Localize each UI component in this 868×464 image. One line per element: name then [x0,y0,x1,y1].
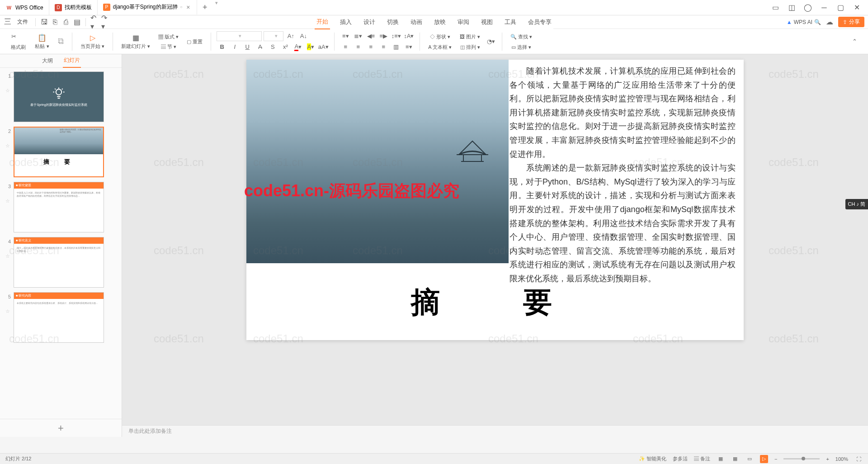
font-color-icon[interactable]: A▾ [292,42,303,52]
start-slideshow-button[interactable]: ▷ 当页开始 ▾ [78,32,107,51]
star-icon[interactable]: ☆ [5,189,11,204]
zoom-slider[interactable] [783,458,820,459]
tab-templates[interactable]: D 找稻壳模板 [49,0,98,15]
format-painter-button[interactable]: 格式刷 [8,42,28,52]
thumbnail-slide-3[interactable]: ■ 研究背景 中国是人口大国，因此对于疫情的控制管理尤为重要。新冠肺炎疫情爆发以… [14,182,104,232]
underline-icon[interactable]: U [242,42,253,52]
tab-review[interactable]: 审阅 [456,15,471,29]
increase-font-icon[interactable]: A↑ [285,31,296,41]
avatar-icon[interactable]: ◯ [800,1,816,14]
cube-icon[interactable]: ◫ [784,1,799,14]
print-preview-icon[interactable]: ▤ [73,18,81,26]
fit-icon[interactable]: ⛶ [854,455,863,463]
arrange-button[interactable]: ◫ 排列 ▾ [457,42,483,52]
cut-icon[interactable]: ✂ [8,31,19,41]
cloud-sync-icon[interactable]: ☁ [826,18,834,26]
bullets-icon[interactable]: ≡▾ [340,31,351,41]
tab-vip[interactable]: 会员专享 [526,15,553,29]
shadow-icon[interactable]: S [267,42,278,52]
tab-animation[interactable]: 动画 [409,15,424,29]
italic-icon[interactable]: I [229,42,240,52]
thumbnail-slide-1[interactable]: 基于Spring的新冠肺炎疫情实时监控系统 [14,71,104,122]
ime-indicator[interactable]: CH ♪ 简 [845,199,868,209]
font-family-select[interactable]: ▾ [217,31,262,41]
slide-body-text[interactable]: 随着计算机技术发展，计算机系统的应用已延伸到社会的各个领域，大量基于网络的广泛应… [509,64,736,286]
close-window-icon[interactable]: ✕ [849,1,864,14]
current-slide[interactable]: 随着计算机技术发展，计算机系统的应用已延伸到社会的各个领域，大量基于网络的广泛应… [246,60,744,340]
save-icon[interactable]: 🖫 [40,18,48,26]
slides-tab[interactable]: 幻灯片 [63,54,81,68]
maximize-icon[interactable]: ▢ [833,1,848,14]
file-menu[interactable]: 文件 [14,17,31,27]
paste-button[interactable]: 📋 粘贴 ▾ [31,32,53,51]
section-button[interactable]: ▤ 节 ▾ [156,42,181,51]
redo-icon[interactable]: ↷ ▾ [101,18,109,26]
zoom-out-icon[interactable]: − [774,456,777,462]
outline-tab[interactable]: 大纲 [41,54,54,67]
new-tab-button[interactable]: + [197,0,212,15]
picture-button[interactable]: 🖼 图片 ▾ [457,32,483,41]
tab-transition[interactable]: 切换 [385,15,401,29]
decrease-indent-icon[interactable]: ◀≡ [365,31,376,41]
undo-icon[interactable]: ↶ ▾ [90,18,99,26]
notes-placeholder[interactable]: 单击此处添加备注 [122,425,868,437]
normal-view-icon[interactable]: ▦ [717,455,725,463]
strikethrough-icon[interactable]: A̶ [255,42,265,52]
tab-design[interactable]: 设计 [362,15,377,29]
close-icon[interactable]: × [185,4,191,10]
layout-button[interactable]: ▦ 版式 ▾ [156,32,181,41]
notes-button[interactable]: ▤ 备注 [694,455,710,462]
increase-indent-icon[interactable]: ≡▶ [378,31,389,41]
shapes-button[interactable]: ◇ 形状 ▾ [425,32,454,41]
thumbnail-slide-4[interactable]: ■ 研究意义 现今，信息技术的发展应用已渗透到各行各业，本系统的开发具有重要的现… [14,237,104,288]
select-button[interactable]: ▭ 选择 ▾ [508,42,535,52]
reading-view-icon[interactable]: ▭ [745,455,754,463]
reset-button[interactable]: ▢ 重置 [184,37,205,46]
align-left-icon[interactable]: ≡ [340,42,351,52]
style-icon[interactable]: ◔▾ [486,37,496,47]
columns-icon[interactable]: ▥ [391,42,401,52]
smart-beautify-button[interactable]: ✨ 智能美化 [639,455,666,462]
tab-wps-home[interactable]: W WPS Office [0,0,49,15]
sections-button[interactable]: 参多活 [673,455,688,462]
numbering-icon[interactable]: ≣▾ [353,31,363,41]
wps-ai-button[interactable]: ▲ WPS AI 🔍 [787,19,821,25]
zoom-level[interactable]: 100% [835,456,848,462]
tab-insert[interactable]: 插入 [338,15,354,29]
text-direction-icon[interactable]: ↕A▾ [403,31,414,41]
change-case-icon[interactable]: aA▾ [318,42,329,52]
align-justify-icon[interactable]: ≡ [378,42,389,52]
tab-slideshow[interactable]: 放映 [432,15,448,29]
windows-panel-icon[interactable]: ▭ [768,1,783,14]
highlight-icon[interactable]: A▾ [305,42,316,52]
minimize-icon[interactable]: ─ [816,1,832,14]
bold-icon[interactable]: B [217,42,227,52]
export-icon[interactable]: ⎘ [51,18,59,26]
align-right-icon[interactable]: ≡ [365,42,376,52]
star-icon[interactable]: ☆ [5,299,11,314]
collapse-ribbon-icon[interactable]: ⌃ [849,37,860,47]
sorter-view-icon[interactable]: ▦ [731,455,739,463]
find-button[interactable]: 🔍 查找 ▾ [508,32,535,41]
print-icon[interactable]: ⎙ [62,18,70,26]
share-button[interactable]: ⇪ 分享 [838,17,864,27]
add-slide-button[interactable]: + [0,419,122,437]
tab-view[interactable]: 视图 [479,15,495,29]
superscript-icon[interactable]: x² [280,42,291,52]
decrease-font-icon[interactable]: A↓ [298,31,309,41]
align-center-icon[interactable]: ≡ [353,42,363,52]
line-spacing-icon[interactable]: ↕≡▾ [391,31,401,41]
star-icon[interactable]: ☆ [5,134,11,149]
copy-icon[interactable]: ⿻ [56,37,66,47]
thumbnail-slide-5[interactable]: ■ 研究内容 本系统主要研究内容包括系统需求分析、系统设计、系统实现和系统测试等… [14,292,104,343]
tab-tools[interactable]: 工具 [503,15,518,29]
star-icon[interactable]: ☆ [5,244,11,259]
textbox-button[interactable]: A 文本框 ▾ [425,42,454,52]
new-slide-button[interactable]: ▦ 新建幻灯片 ▾ [118,32,153,51]
tab-current-doc[interactable]: P django基于Spring的新冠肺 ○ × [98,0,198,15]
tab-home[interactable]: 开始 [315,15,330,29]
align-vertical-icon[interactable]: ≡▾ [403,42,414,52]
zoom-in-icon[interactable]: + [826,456,829,462]
star-icon[interactable]: ☆ [5,79,11,94]
menu-icon[interactable]: 三 [4,18,12,26]
